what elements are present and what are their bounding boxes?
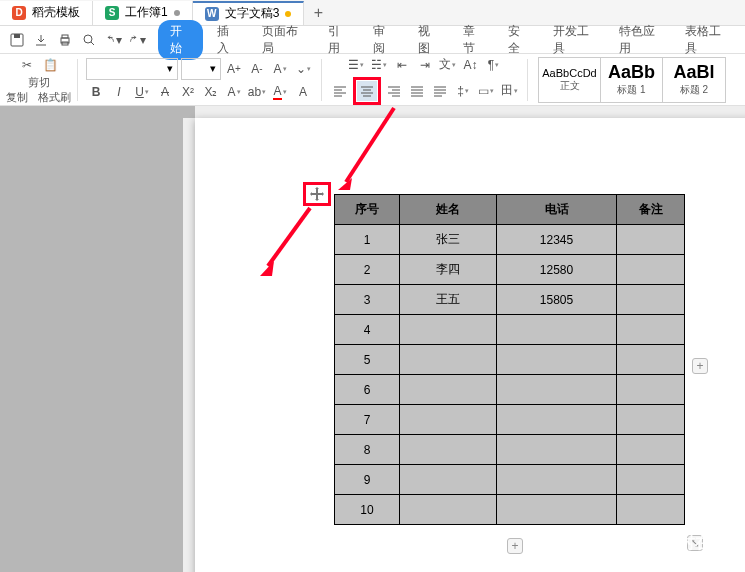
cell-note[interactable] <box>617 285 685 315</box>
cell-name[interactable] <box>400 345 497 375</box>
cell-phone[interactable] <box>497 375 617 405</box>
borders-icon[interactable]: 田 <box>499 81 519 101</box>
style-heading1[interactable]: AaBb 标题 1 <box>601 58 663 102</box>
preview-icon[interactable] <box>80 31 98 49</box>
cell-name[interactable] <box>400 495 497 525</box>
menu-tabletools[interactable]: 表格工具 <box>675 20 737 60</box>
table-row[interactable]: 5 <box>335 345 685 375</box>
char-shading-icon[interactable]: A <box>293 82 313 102</box>
cell-phone[interactable] <box>497 345 617 375</box>
font-family-select[interactable]: ▾ <box>86 58 178 80</box>
numbering-icon[interactable]: ☵ <box>369 55 389 75</box>
cell-phone[interactable]: 12580 <box>497 255 617 285</box>
shrink-font-icon[interactable]: A- <box>247 59 267 79</box>
ruler-vertical[interactable] <box>183 118 195 572</box>
add-column-button[interactable]: + <box>692 358 708 374</box>
cell-note[interactable] <box>617 375 685 405</box>
cell-note[interactable] <box>617 435 685 465</box>
menu-reference[interactable]: 引用 <box>318 20 359 60</box>
menu-security[interactable]: 安全 <box>498 20 539 60</box>
cell-phone[interactable]: 12345 <box>497 225 617 255</box>
col-name[interactable]: 姓名 <box>400 195 497 225</box>
text-effect-icon[interactable]: A <box>224 82 244 102</box>
change-case-icon[interactable]: A <box>270 59 290 79</box>
cell-idx[interactable]: 1 <box>335 225 400 255</box>
font-color-icon[interactable]: A <box>270 82 290 102</box>
cell-phone[interactable] <box>497 435 617 465</box>
align-center-icon[interactable] <box>357 81 377 101</box>
cell-note[interactable] <box>617 405 685 435</box>
document-page[interactable]: 序号 姓名 电话 备注 1张三123452李四125803王五158054567… <box>195 118 745 572</box>
document-table[interactable]: 序号 姓名 电话 备注 1张三123452李四125803王五158054567… <box>334 194 685 525</box>
menu-section[interactable]: 章节 <box>453 20 494 60</box>
ruler-horizontal[interactable] <box>195 106 745 118</box>
cell-idx[interactable]: 9 <box>335 465 400 495</box>
cell-idx[interactable]: 6 <box>335 375 400 405</box>
cell-idx[interactable]: 3 <box>335 285 400 315</box>
table-row[interactable]: 7 <box>335 405 685 435</box>
cell-phone[interactable] <box>497 405 617 435</box>
cell-phone[interactable] <box>497 465 617 495</box>
increase-indent-icon[interactable]: ⇥ <box>415 55 435 75</box>
cell-name[interactable]: 张三 <box>400 225 497 255</box>
align-justify-icon[interactable] <box>407 81 427 101</box>
table-row[interactable]: 8 <box>335 435 685 465</box>
clear-format-icon[interactable]: ⌄ <box>293 59 313 79</box>
cell-phone[interactable] <box>497 495 617 525</box>
bold-icon[interactable]: B <box>86 82 106 102</box>
cell-name[interactable] <box>400 465 497 495</box>
table-row[interactable]: 4 <box>335 315 685 345</box>
print-icon[interactable] <box>56 31 74 49</box>
superscript-icon[interactable]: X² <box>178 82 198 102</box>
cell-idx[interactable]: 5 <box>335 345 400 375</box>
cell-name[interactable] <box>400 315 497 345</box>
text-direction-icon[interactable]: 文 <box>438 55 458 75</box>
export-icon[interactable] <box>32 31 50 49</box>
style-normal[interactable]: AaBbCcDd 正文 <box>539 58 601 102</box>
table-header-row[interactable]: 序号 姓名 电话 备注 <box>335 195 685 225</box>
cell-phone[interactable] <box>497 315 617 345</box>
cell-idx[interactable]: 2 <box>335 255 400 285</box>
add-row-button[interactable]: + <box>507 538 523 554</box>
cut-icon[interactable]: ✂ <box>17 55 37 75</box>
cell-idx[interactable]: 7 <box>335 405 400 435</box>
col-note[interactable]: 备注 <box>617 195 685 225</box>
align-right-icon[interactable] <box>384 81 404 101</box>
cell-note[interactable] <box>617 225 685 255</box>
table-row[interactable]: 9 <box>335 465 685 495</box>
menu-pagelayout[interactable]: 页面布局 <box>252 20 314 60</box>
styles-gallery[interactable]: AaBbCcDd 正文 AaBb 标题 1 AaBl 标题 2 <box>538 57 726 103</box>
table-row[interactable]: 2李四12580 <box>335 255 685 285</box>
cell-name[interactable] <box>400 405 497 435</box>
table-row[interactable]: 6 <box>335 375 685 405</box>
font-size-select[interactable]: ▾ <box>181 58 221 80</box>
cell-note[interactable] <box>617 465 685 495</box>
cell-note[interactable] <box>617 255 685 285</box>
underline-icon[interactable]: U <box>132 82 152 102</box>
cell-note[interactable] <box>617 495 685 525</box>
menu-start[interactable]: 开始 <box>158 20 203 60</box>
save-icon[interactable] <box>8 31 26 49</box>
table-row[interactable]: 3王五15805 <box>335 285 685 315</box>
align-distribute-icon[interactable] <box>430 81 450 101</box>
cell-note[interactable] <box>617 315 685 345</box>
para-marks-icon[interactable]: ¶ <box>484 55 504 75</box>
menu-review[interactable]: 审阅 <box>363 20 404 60</box>
shading-icon[interactable]: ▭ <box>476 81 496 101</box>
line-spacing-icon[interactable]: ‡ <box>453 81 473 101</box>
sort-icon[interactable]: A↕ <box>461 55 481 75</box>
cell-note[interactable] <box>617 345 685 375</box>
col-phone[interactable]: 电话 <box>497 195 617 225</box>
cell-idx[interactable]: 8 <box>335 435 400 465</box>
table-move-handle[interactable] <box>303 182 331 206</box>
table-row[interactable]: 10 <box>335 495 685 525</box>
tab-daoket[interactable]: D 稻壳模板 <box>0 1 93 25</box>
cell-name[interactable]: 王五 <box>400 285 497 315</box>
table-row[interactable]: 1张三12345 <box>335 225 685 255</box>
cell-idx[interactable]: 4 <box>335 315 400 345</box>
menu-insert[interactable]: 插入 <box>207 20 248 60</box>
bullets-icon[interactable]: ☰ <box>346 55 366 75</box>
undo-icon[interactable]: ▾ <box>104 31 122 49</box>
cell-phone[interactable]: 15805 <box>497 285 617 315</box>
subscript-icon[interactable]: X₂ <box>201 82 221 102</box>
